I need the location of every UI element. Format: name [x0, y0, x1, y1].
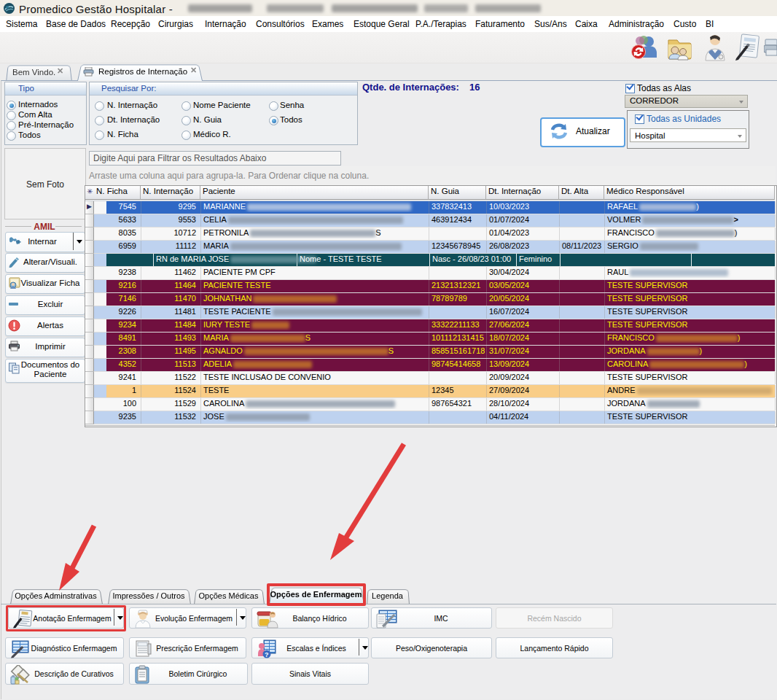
svg-text:?: ?: [265, 651, 269, 658]
